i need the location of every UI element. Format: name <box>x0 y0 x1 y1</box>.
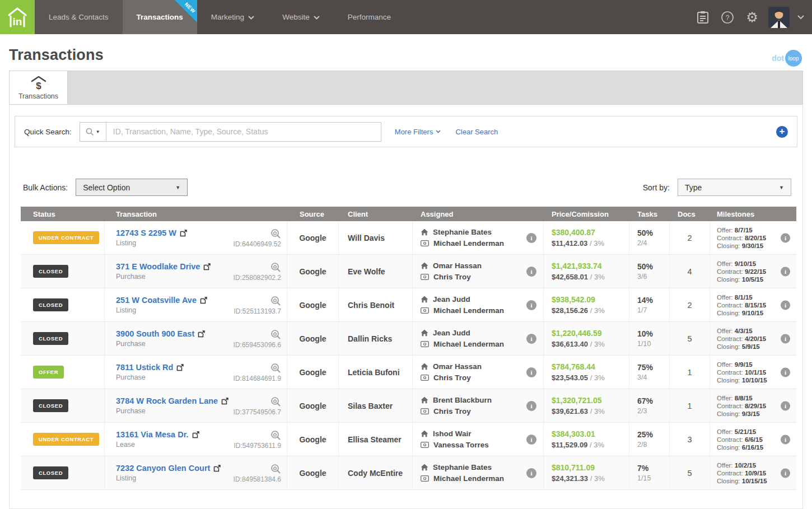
tasks-fraction: 2/8 <box>637 441 653 449</box>
user-avatar[interactable] <box>768 7 790 28</box>
transaction-address-link[interactable]: 7811 Ustick Rd <box>116 363 173 372</box>
property-search-icon[interactable] <box>270 396 281 407</box>
sort-wrap: Sort by: Type ▼ <box>643 179 791 196</box>
assigned-lender: Chris Troy <box>433 273 471 281</box>
contract-date: 4/20/15 <box>745 335 766 342</box>
transaction-address-link[interactable]: 12743 S 2295 W <box>116 228 176 237</box>
info-icon[interactable]: i <box>781 468 790 478</box>
external-link-icon[interactable] <box>203 263 211 270</box>
commission-rate: / 3% <box>588 474 605 483</box>
header-status[interactable]: Status <box>21 210 105 218</box>
table-row: CLOSED 251 W Coatsville Ave Listing <box>21 288 796 322</box>
transaction-address-link[interactable]: 371 E Woodlake Drive <box>116 262 200 271</box>
external-link-icon[interactable] <box>180 230 187 237</box>
info-icon[interactable]: i <box>526 334 536 344</box>
nav-item-performance[interactable]: Performance <box>334 0 405 34</box>
assigned-agent: Brent Blackburn <box>433 396 492 404</box>
property-search-icon[interactable] <box>270 363 281 373</box>
table-header: Status Transaction Source Client Assigne… <box>21 207 796 221</box>
nav-item-website[interactable]: Website <box>268 0 334 34</box>
contract-label: Contract: <box>717 335 743 342</box>
app-logo[interactable]: in <box>0 0 35 34</box>
bulk-actions-select[interactable]: Select Option ▼ <box>76 179 188 196</box>
nav-item-transactions[interactable]: Transactions NEW <box>123 0 197 34</box>
transaction-address-link[interactable]: 3784 W Rock Garden Lane <box>116 396 218 405</box>
status-cell: CLOSED <box>21 288 105 321</box>
external-link-icon[interactable] <box>192 431 199 438</box>
tasks-percent: 50% <box>637 228 653 237</box>
account-chevron-icon[interactable] <box>797 15 804 20</box>
status-cell: OFFER <box>21 356 105 389</box>
property-search-icon[interactable] <box>270 228 281 239</box>
header-assigned[interactable]: Assigned <box>413 210 544 218</box>
transaction-address-link[interactable]: 3900 South 900 East <box>116 329 194 338</box>
external-link-icon[interactable] <box>200 297 207 304</box>
transaction-address-link[interactable]: 7232 Canyon Glen Court <box>116 464 210 473</box>
offer-label: Offer: <box>717 428 733 435</box>
external-link-icon[interactable] <box>176 364 184 371</box>
property-search-icon[interactable] <box>270 430 281 441</box>
info-icon[interactable]: i <box>781 367 790 377</box>
info-icon[interactable]: i <box>526 367 536 377</box>
money-icon <box>421 408 429 414</box>
sort-by-select[interactable]: Type ▼ <box>678 179 791 196</box>
client-cell: Leticia Bufoni <box>339 356 413 389</box>
external-link-icon[interactable] <box>198 330 205 338</box>
info-icon[interactable]: i <box>526 233 536 243</box>
closing-label: Closing: <box>717 377 740 384</box>
nav-item-leads-contacts[interactable]: Leads & Contacts <box>35 0 123 34</box>
info-icon[interactable]: i <box>526 468 536 478</box>
search-input[interactable] <box>106 122 381 142</box>
info-icon[interactable]: i <box>526 401 536 411</box>
info-icon[interactable]: i <box>781 435 790 444</box>
property-search-icon[interactable] <box>270 262 281 273</box>
commission-rate: / 3% <box>588 340 605 348</box>
header-client[interactable]: Client <box>339 210 413 218</box>
header-price-commission[interactable]: Price/Comission <box>544 210 629 218</box>
search-mode-dropdown[interactable]: ▼ <box>80 122 106 142</box>
source-cell: Google <box>287 288 339 321</box>
price-commission-cell: $380,400.87 $11,412.03 / 3% <box>544 221 629 254</box>
gear-icon[interactable]: ⚙ <box>744 9 760 26</box>
transaction-id: ID:659453096.6 <box>234 341 281 349</box>
external-link-icon[interactable] <box>221 398 228 405</box>
info-icon[interactable]: i <box>781 300 790 310</box>
info-icon[interactable]: i <box>781 267 790 276</box>
info-icon[interactable]: i <box>526 300 536 310</box>
header-docs[interactable]: Docs <box>670 210 710 218</box>
contract-date: 10/1/15 <box>745 369 766 376</box>
info-icon[interactable]: i <box>781 401 790 410</box>
property-search-icon[interactable] <box>270 329 281 340</box>
info-icon[interactable]: i <box>781 334 790 343</box>
property-search-icon[interactable] <box>270 296 281 306</box>
property-search-icon[interactable] <box>270 464 281 474</box>
external-link-icon[interactable] <box>213 465 221 472</box>
clear-search-link[interactable]: Clear Search <box>455 128 498 136</box>
add-transaction-button[interactable]: + <box>776 126 788 138</box>
price-value: $1,421,933.74 <box>552 261 605 270</box>
source-value: Google <box>299 469 326 478</box>
nav-item-marketing[interactable]: Marketing <box>197 0 268 34</box>
tasks-cell: 50% 3/6 <box>629 255 670 288</box>
clipboard-icon[interactable] <box>694 9 711 26</box>
info-icon[interactable]: i <box>526 435 536 445</box>
offer-label: Offer: <box>717 328 733 334</box>
header-milestones[interactable]: Milestones <box>710 210 795 218</box>
header-source[interactable]: Source <box>287 210 339 218</box>
transaction-address-link[interactable]: 251 W Coatsville Ave <box>116 296 197 305</box>
transaction-address-link[interactable]: 13161 Via Mesa Dr. <box>116 430 189 439</box>
contract-label: Contract: <box>717 403 743 409</box>
source-value: Google <box>299 401 326 410</box>
info-icon[interactable]: i <box>781 233 790 242</box>
header-tasks[interactable]: Tasks <box>629 210 670 218</box>
closing-date: 10/10/15 <box>742 377 767 384</box>
tasks-percent: 7% <box>637 464 651 473</box>
transaction-cell: 12743 S 2295 W Listing <box>105 221 287 254</box>
commission-value: $28,156.26 <box>552 306 588 315</box>
more-filters-link[interactable]: More Filters <box>395 128 441 136</box>
header-transaction[interactable]: Transaction <box>105 210 287 218</box>
help-icon[interactable]: ? <box>719 9 736 26</box>
commission-value: $11,529.09 <box>552 441 587 449</box>
info-icon[interactable]: i <box>526 267 536 277</box>
tab-transactions[interactable]: $ Transactions <box>10 71 68 104</box>
